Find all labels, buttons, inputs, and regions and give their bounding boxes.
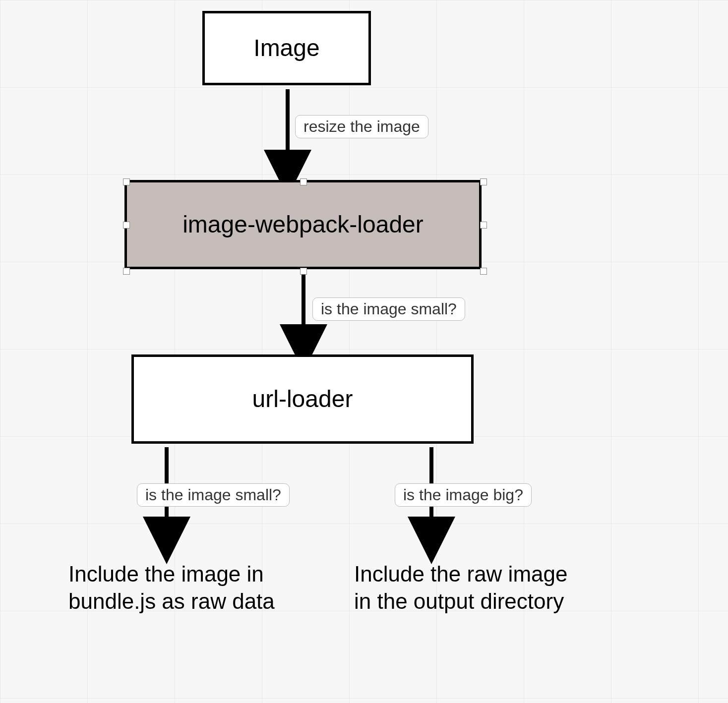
node-image[interactable]: Image: [202, 11, 371, 85]
node-image-webpack-loader-label: image-webpack-loader: [178, 207, 428, 243]
resize-handle-ne[interactable]: [480, 178, 487, 185]
diagram-canvas[interactable]: Image image-webpack-loader url-loader re…: [0, 0, 728, 703]
resize-handle-w[interactable]: [123, 222, 130, 229]
node-image-webpack-loader[interactable]: image-webpack-loader: [124, 180, 482, 269]
result-big-text: Include the raw image in the output dire…: [354, 560, 582, 615]
resize-handle-se[interactable]: [480, 268, 487, 275]
node-image-label: Image: [248, 30, 324, 66]
resize-handle-n[interactable]: [300, 178, 307, 185]
edge-label-is-small-1[interactable]: is the image small?: [312, 297, 465, 321]
edge-label-resize[interactable]: resize the image: [295, 115, 428, 138]
edge-label-is-small-2[interactable]: is the image small?: [137, 483, 290, 507]
resize-handle-sw[interactable]: [123, 268, 130, 275]
resize-handle-nw[interactable]: [123, 178, 130, 185]
result-small-text: Include the image in bundle.js as raw da…: [68, 560, 297, 615]
edge-label-is-big[interactable]: is the image big?: [395, 483, 532, 507]
node-url-loader[interactable]: url-loader: [131, 354, 474, 444]
resize-handle-s[interactable]: [300, 268, 307, 275]
node-url-loader-label: url-loader: [247, 381, 358, 417]
resize-handle-e[interactable]: [480, 222, 487, 229]
